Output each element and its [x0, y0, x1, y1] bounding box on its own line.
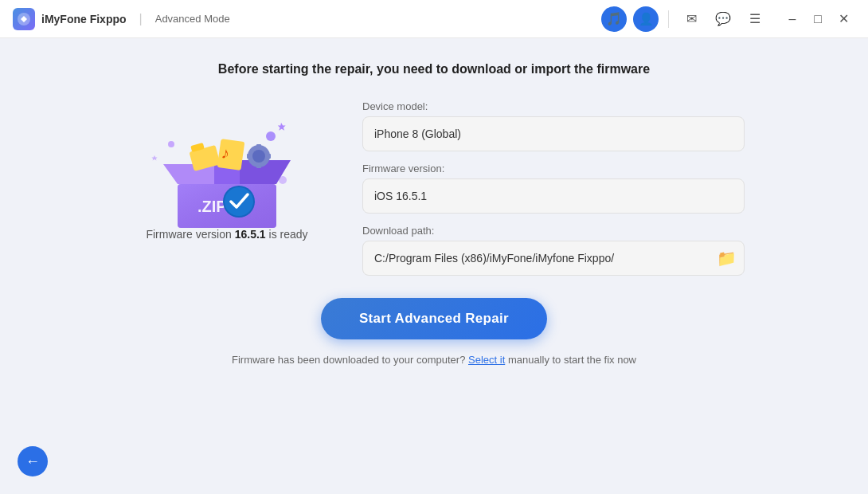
- illustration-area: .ZIP ♪: [123, 100, 330, 241]
- svg-rect-19: [256, 144, 261, 149]
- svg-text:.ZIP: .ZIP: [197, 198, 227, 215]
- title-bar-left: iMyFone Fixppo | Advanced Mode: [13, 8, 230, 30]
- device-model-input[interactable]: [362, 116, 745, 151]
- svg-marker-5: [151, 155, 157, 161]
- firmware-version-group: Firmware version:: [362, 163, 745, 214]
- back-icon: ←: [25, 453, 40, 470]
- title-bar-right: 🎵 👤 ✉ 💬 ☰ – □ ✕: [601, 6, 855, 32]
- bottom-note-prefix: Firmware has been downloaded to your com…: [232, 354, 465, 366]
- download-path-input[interactable]: [362, 241, 745, 276]
- firmware-version-label: Firmware version:: [362, 163, 745, 174]
- zip-box-illustration: .ZIP ♪: [147, 100, 307, 228]
- form-area: Device model: Firmware version: Download…: [362, 100, 745, 276]
- user-avatar-button[interactable]: 👤: [633, 6, 659, 32]
- select-it-link[interactable]: Select it: [468, 354, 505, 366]
- back-button[interactable]: ←: [18, 446, 48, 476]
- window-controls: – □ ✕: [780, 7, 855, 31]
- firmware-version-bold: 16.5.1: [235, 228, 266, 241]
- minimize-button[interactable]: –: [780, 7, 804, 31]
- close-button[interactable]: ✕: [831, 7, 855, 31]
- svg-rect-22: [266, 154, 271, 159]
- page-title: Before starting the repair, you need to …: [218, 62, 650, 76]
- svg-point-18: [252, 150, 265, 163]
- download-path-wrapper: 📁: [362, 241, 745, 276]
- maximize-button[interactable]: □: [806, 7, 830, 31]
- tb-separator: [668, 10, 669, 28]
- title-separator: |: [139, 12, 143, 26]
- mode-label: Advanced Mode: [155, 13, 230, 25]
- folder-browse-button[interactable]: 📁: [717, 249, 737, 268]
- svg-point-24: [225, 187, 253, 216]
- music-icon-button[interactable]: 🎵: [601, 6, 627, 32]
- content-area: .ZIP ♪: [123, 100, 745, 276]
- svg-rect-20: [256, 163, 261, 168]
- firmware-ready-text: Firmware version 16.5.1 is ready: [146, 228, 307, 241]
- device-model-label: Device model:: [362, 100, 745, 112]
- start-advanced-repair-button[interactable]: Start Advanced Repair: [321, 298, 547, 339]
- app-name: iMyFone Fixppo: [41, 13, 127, 25]
- title-bar: iMyFone Fixppo | Advanced Mode 🎵 👤 ✉ 💬 ☰…: [0, 0, 868, 38]
- download-path-group: Download path: 📁: [362, 225, 745, 276]
- bottom-note-suffix: manually to start the fix now: [508, 354, 636, 366]
- main-content: Before starting the repair, you need to …: [0, 38, 868, 494]
- svg-point-2: [266, 131, 276, 141]
- chat-icon-button[interactable]: 💬: [710, 6, 736, 32]
- bottom-note: Firmware has been downloaded to your com…: [232, 354, 636, 366]
- menu-icon-button[interactable]: ☰: [742, 6, 768, 32]
- download-path-label: Download path:: [362, 225, 745, 237]
- svg-marker-4: [278, 123, 286, 131]
- app-logo: [13, 8, 35, 30]
- svg-point-1: [168, 141, 174, 147]
- svg-rect-21: [247, 154, 252, 159]
- message-icon-button[interactable]: ✉: [678, 6, 704, 32]
- firmware-version-input[interactable]: [362, 178, 745, 214]
- device-model-group: Device model:: [362, 100, 745, 151]
